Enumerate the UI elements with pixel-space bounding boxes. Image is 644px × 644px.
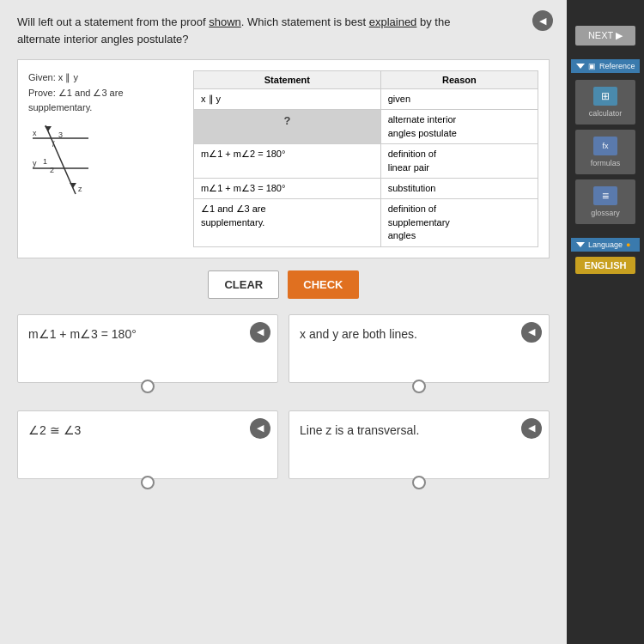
option-a-text: m∠1 + m∠3 = 180° — [28, 325, 267, 343]
reason-header: Reason — [380, 71, 538, 89]
table-row: x ∥ y given — [194, 89, 538, 110]
option-d-container: ◀ Line z is a transversal. — [289, 410, 550, 496]
option-c-radio[interactable] — [141, 476, 155, 489]
table-row: ? alternate interiorangles postulate — [194, 110, 538, 144]
option-c-speaker[interactable]: ◀ — [250, 418, 270, 439]
table-row: m∠1 + m∠2 = 180° definition oflinear pai… — [194, 144, 538, 179]
option-a-radio[interactable] — [141, 380, 155, 393]
glossary-tool[interactable]: ≡ glossary — [575, 179, 635, 224]
option-a-card[interactable]: ◀ m∠1 + m∠3 = 180° — [17, 314, 278, 383]
action-buttons: CLEAR CHECK — [17, 270, 550, 299]
language-label: Language — [588, 240, 623, 249]
options-grid: ◀ m∠1 + m∠3 = 180° ◀ x and y are both li… — [17, 314, 550, 496]
option-b-radio[interactable] — [412, 380, 426, 393]
check-button[interactable]: CHECK — [288, 270, 358, 299]
option-d-speaker[interactable]: ◀ — [521, 418, 542, 439]
glossary-label: glossary — [591, 209, 620, 217]
svg-text:y: y — [33, 159, 37, 167]
proof-container: Given: x ∥ y Prove: ∠1 and ∠3 are supple… — [17, 59, 550, 258]
svg-marker-10 — [70, 183, 76, 188]
language-triangle-icon — [576, 242, 585, 247]
option-c-container: ◀ ∠2 ≅ ∠3 — [17, 410, 278, 496]
next-button[interactable]: NEXT ▶ — [575, 26, 635, 46]
option-a-container: ◀ m∠1 + m∠3 = 180° — [17, 314, 278, 400]
reference-icon: ▣ — [588, 62, 596, 70]
svg-text:z: z — [78, 185, 82, 193]
option-b-container: ◀ x and y are both lines. — [289, 314, 550, 400]
formulas-icon: fx — [593, 137, 617, 155]
reason-cell: alternate interiorangles postulate — [380, 110, 538, 144]
statement-cell: x ∥ y — [194, 89, 381, 110]
svg-text:x: x — [33, 129, 37, 137]
english-button[interactable]: ENGLISH — [575, 257, 635, 274]
reference-section[interactable]: ▣ Reference — [571, 59, 640, 73]
proof-diagram: x y z 3 / 1 2 — [28, 121, 101, 203]
statement-cell: m∠1 + m∠3 = 180° — [194, 178, 381, 198]
reason-cell: substitution — [380, 178, 538, 198]
option-d-radio[interactable] — [412, 476, 426, 489]
statement-cell: ∠1 and ∠3 aresupplementary. — [194, 199, 381, 246]
reference-triangle-icon — [576, 64, 585, 69]
reason-cell: given — [380, 89, 538, 110]
reason-cell: definition ofsupplementaryangles — [380, 199, 538, 246]
svg-marker-11 — [45, 126, 52, 131]
question-statement-cell: ? — [194, 110, 381, 144]
question-speaker-button[interactable]: ◀ — [532, 10, 553, 31]
option-d-text: Line z is a transversal. — [300, 422, 538, 440]
reference-label: Reference — [599, 62, 635, 70]
option-d-card[interactable]: ◀ Line z is a transversal. — [289, 410, 550, 479]
option-b-speaker[interactable]: ◀ — [521, 322, 542, 343]
formulas-label: formulas — [591, 159, 621, 167]
calculator-label: calculator — [589, 109, 623, 118]
main-content: ◀ Will left out a statement from the pro… — [0, 0, 567, 644]
question-text: Will left out a statement from the proof… — [17, 14, 515, 47]
sidebar: NEXT ▶ ▣ Reference ⊞ calculator fx formu… — [567, 0, 644, 644]
glossary-icon: ≡ — [593, 186, 617, 205]
option-c-card[interactable]: ◀ ∠2 ≅ ∠3 — [17, 410, 278, 479]
calculator-tool[interactable]: ⊞ calculator — [575, 80, 635, 125]
clear-button[interactable]: CLEAR — [208, 270, 279, 299]
statement-cell: m∠1 + m∠2 = 180° — [194, 144, 381, 179]
calculator-icon: ⊞ — [593, 87, 617, 106]
option-c-text: ∠2 ≅ ∠3 — [28, 422, 267, 440]
language-badge: ● — [626, 240, 630, 249]
svg-text:3: 3 — [58, 131, 63, 139]
table-row: ∠1 and ∠3 aresupplementary. definition o… — [194, 199, 538, 246]
statement-header: Statement — [194, 71, 381, 89]
option-b-card[interactable]: ◀ x and y are both lines. — [289, 314, 550, 383]
svg-text:1: 1 — [43, 157, 47, 166]
table-row: m∠1 + m∠3 = 180° substitution — [194, 178, 538, 198]
svg-text:2: 2 — [50, 166, 54, 174]
reason-cell: definition oflinear pair — [380, 144, 538, 179]
formulas-tool[interactable]: fx formulas — [575, 130, 635, 174]
proof-table: Statement Reason x ∥ y given ? alternate… — [193, 70, 538, 247]
given-section: Given: x ∥ y Prove: ∠1 and ∠3 are supple… — [28, 70, 183, 116]
option-b-text: x and y are both lines. — [300, 325, 538, 343]
language-section[interactable]: Language ● — [571, 238, 640, 252]
option-a-speaker[interactable]: ◀ — [250, 322, 270, 343]
